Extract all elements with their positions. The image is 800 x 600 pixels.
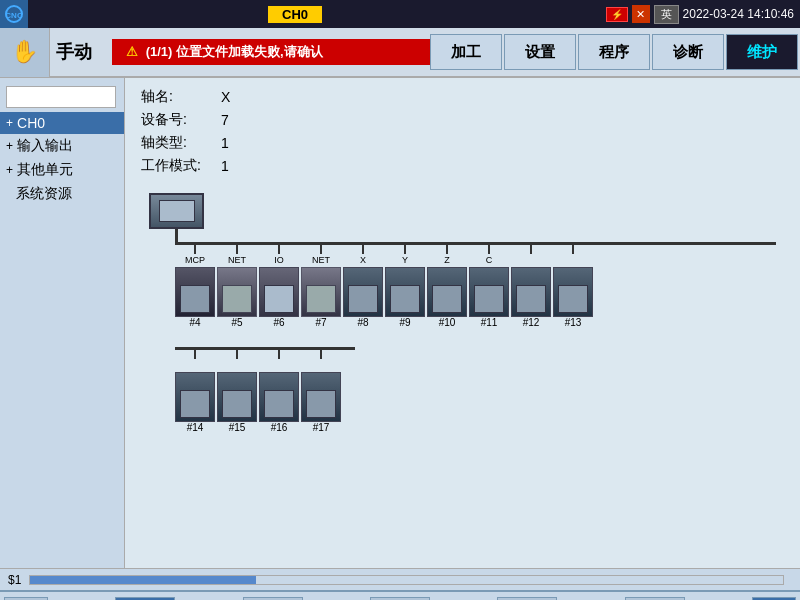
tab-program[interactable]: 程序 <box>578 34 650 70</box>
sidebar-item-other[interactable]: + 其他单元 <box>0 158 124 182</box>
status-bar: $1 <box>0 568 800 590</box>
alert-box: ⚠ (1/1) 位置文件加载失败,请确认 <box>112 39 430 65</box>
node10-label-top: Z <box>444 254 450 267</box>
tab-diagnosis[interactable]: 诊断 <box>652 34 724 70</box>
tab-machining[interactable]: 加工 <box>430 34 502 70</box>
mode-bar: ✋ 手动 ⚠ (1/1) 位置文件加载失败,请确认 加工 设置 程序 诊断 维护 <box>0 28 800 78</box>
node8-label-top: X <box>360 254 366 267</box>
node-17[interactable]: #17 <box>301 347 341 433</box>
status-icon: ⚡ <box>606 7 628 22</box>
datetime: 2022-03-24 14:10:46 <box>683 7 794 21</box>
prop-work-mode: 工作模式: 1 <box>141 157 784 175</box>
tab-maintenance[interactable]: 维护 <box>726 34 798 70</box>
prop-device-num: 设备号: 7 <box>141 111 784 129</box>
node-5[interactable]: NET #5 <box>217 242 257 328</box>
close-button[interactable]: ✕ <box>632 5 650 23</box>
sidebar-item-ch0[interactable]: + CH0 <box>0 112 124 134</box>
logo: CNC <box>0 0 28 28</box>
node-4[interactable]: MCP #4 <box>175 242 215 328</box>
node-7[interactable]: NET #7 <box>301 242 341 328</box>
top-right-area: ⚡ ✕ 英 2022-03-24 14:10:46 <box>600 0 800 28</box>
node11-num: #11 <box>481 317 498 328</box>
search-input[interactable] <box>6 86 116 108</box>
node-6[interactable]: IO #6 <box>259 242 299 328</box>
node9-label-top: Y <box>402 254 408 267</box>
node11-label-top: C <box>486 254 493 267</box>
node13-num: #13 <box>565 317 582 328</box>
node-12[interactable]: #12 <box>511 242 551 328</box>
prop-axis-name: 轴名: X <box>141 88 784 106</box>
node-10[interactable]: Z #10 <box>427 242 467 328</box>
node-15[interactable]: #15 <box>217 347 257 433</box>
expand-icon-other: + <box>6 163 13 177</box>
alert-icon: ⚠ <box>126 44 138 59</box>
svg-text:CNC: CNC <box>5 11 23 20</box>
node-9[interactable]: Y #9 <box>385 242 425 328</box>
expand-icon-ch0: + <box>6 116 13 130</box>
language-button[interactable]: 英 <box>654 5 679 24</box>
node8-num: #8 <box>357 317 368 328</box>
node-13[interactable]: #13 <box>553 242 593 328</box>
node16-num: #16 <box>271 422 288 433</box>
hand-mode-icon: ✋ <box>0 27 50 77</box>
node6-num: #6 <box>273 317 284 328</box>
node15-num: #15 <box>229 422 246 433</box>
node7-num: #7 <box>315 317 326 328</box>
node12-num: #12 <box>523 317 540 328</box>
expand-icon-io: + <box>6 139 13 153</box>
node5-num: #5 <box>231 317 242 328</box>
nav-tabs: 加工 设置 程序 诊断 维护 <box>430 27 800 77</box>
content-panel: 轴名: X 设备号: 7 轴类型: 1 工作模式: 1 <box>125 78 800 568</box>
node10-num: #10 <box>439 317 456 328</box>
main-area: + CH0 + 输入输出 + 其他单元 系统资源 轴名: X 设备号: 7 <box>0 78 800 568</box>
ch0-badge[interactable]: CH0 <box>268 6 322 23</box>
node4-num: #4 <box>189 317 200 328</box>
node-11[interactable]: C #11 <box>469 242 509 328</box>
sidebar: + CH0 + 输入输出 + 其他单元 系统资源 <box>0 78 125 568</box>
properties-section: 轴名: X 设备号: 7 轴类型: 1 工作模式: 1 <box>141 88 784 175</box>
node7-label-top: NET <box>312 254 330 267</box>
status-s1: $1 <box>8 573 21 587</box>
bottom-toolbar: ↑ 设备 配置 参数 设置 用户 设置 数据 管理 权限 管理 →| <box>0 590 800 600</box>
node6-label-top: IO <box>274 254 284 267</box>
node-16[interactable]: #16 <box>259 347 299 433</box>
node-14[interactable]: #14 <box>175 347 215 433</box>
top-bar: CNC CH0 ⚡ ✕ 英 2022-03-24 14:10:46 <box>0 0 800 28</box>
alert-text: (1/1) 位置文件加载失败,请确认 <box>146 44 323 59</box>
bus-diagram: MCP #4 NET <box>141 185 784 441</box>
tab-settings[interactable]: 设置 <box>504 34 576 70</box>
node-8[interactable]: X #8 <box>343 242 383 328</box>
sidebar-item-io[interactable]: + 输入输出 <box>0 134 124 158</box>
node4-label-top: MCP <box>185 254 205 267</box>
prop-axis-type: 轴类型: 1 <box>141 134 784 152</box>
node14-num: #14 <box>187 422 204 433</box>
node9-num: #9 <box>399 317 410 328</box>
node5-label-top: NET <box>228 254 246 267</box>
node17-num: #17 <box>313 422 330 433</box>
mode-label: 手动 <box>56 40 92 64</box>
sidebar-item-sysres[interactable]: 系统资源 <box>0 182 124 206</box>
